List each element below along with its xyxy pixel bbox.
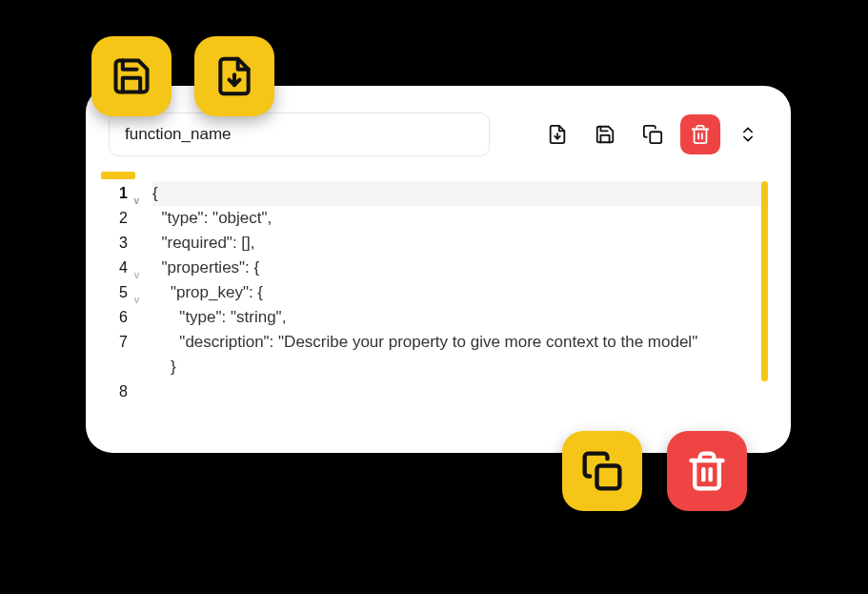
save-button[interactable] xyxy=(585,114,625,154)
code-line: "properties": { xyxy=(152,256,768,280)
function-name-input[interactable] xyxy=(109,113,490,156)
trash-icon xyxy=(686,450,728,492)
code-line: "description": "Describe your property t… xyxy=(152,330,768,355)
copy-icon xyxy=(581,450,623,492)
line-number: 2 xyxy=(101,206,128,231)
scrollbar[interactable] xyxy=(761,181,768,381)
copy-icon xyxy=(642,124,663,145)
code-content[interactable]: { "type": "object", "required": [], "pro… xyxy=(135,181,768,404)
line-number: 8 xyxy=(101,379,128,404)
line-number: 3 xyxy=(101,231,128,256)
float-copy-button[interactable] xyxy=(562,431,642,511)
code-line: { xyxy=(152,181,768,206)
line-number: 7 xyxy=(101,330,128,379)
save-icon xyxy=(111,55,152,97)
code-editor[interactable]: 1 2 3 4 5 6 7 8 { "type": "object", "req… xyxy=(86,181,791,404)
topbar xyxy=(86,113,791,156)
editor-card: 1 2 3 4 5 6 7 8 { "type": "object", "req… xyxy=(86,86,791,453)
svg-rect-5 xyxy=(597,466,620,489)
gutter-highlight xyxy=(101,172,135,179)
copy-button[interactable] xyxy=(633,114,673,154)
download-button[interactable] xyxy=(537,114,577,154)
line-number: 4 xyxy=(101,256,128,280)
float-save-button[interactable] xyxy=(91,36,172,116)
svg-rect-1 xyxy=(650,132,661,143)
code-line: "type": "object", xyxy=(152,206,768,231)
code-line: "type": "string", xyxy=(152,305,768,330)
code-line: "required": [], xyxy=(152,231,768,256)
line-number: 1 xyxy=(101,181,128,206)
line-number: 5 xyxy=(101,280,128,305)
code-line: "prop_key": { xyxy=(152,280,768,305)
save-icon xyxy=(595,124,616,145)
float-download-button[interactable] xyxy=(194,36,274,116)
line-number: 6 xyxy=(101,305,128,330)
code-line: } xyxy=(152,355,768,379)
file-download-icon xyxy=(547,124,568,145)
trash-icon xyxy=(690,124,711,145)
delete-button[interactable] xyxy=(680,114,720,154)
expand-collapse-button[interactable] xyxy=(728,114,768,154)
file-download-icon xyxy=(213,55,255,97)
float-delete-button[interactable] xyxy=(667,431,747,511)
gutter: 1 2 3 4 5 6 7 8 xyxy=(101,181,135,404)
chevrons-vertical-icon xyxy=(738,125,757,144)
